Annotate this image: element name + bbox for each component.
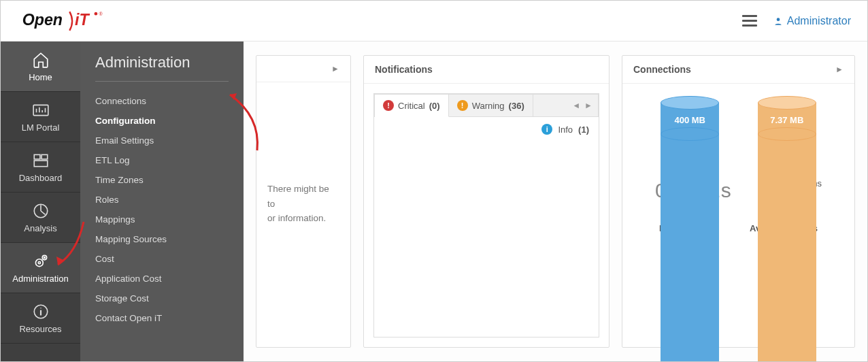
submenu-item-timezones[interactable]: Time Zones (95, 170, 229, 190)
svg-point-13 (44, 257, 45, 259)
user-menu[interactable]: Administrator (773, 15, 851, 27)
brand-logo: Open iT ® (17, 10, 133, 33)
portal-icon (31, 101, 50, 120)
database-icon: 400 MB (661, 96, 719, 141)
sidebar-label: Resources (19, 324, 61, 334)
chevron-right-icon: ► (331, 64, 339, 73)
sidebar-item-administration[interactable]: Administration (1, 243, 80, 293)
dashboard-icon (31, 151, 50, 170)
home-icon (31, 50, 50, 69)
submenu-item-roles[interactable]: Roles (95, 190, 229, 210)
svg-rect-8 (34, 161, 48, 167)
app-header: Open iT ® Administrator (1, 1, 867, 42)
submenu-item-connections[interactable]: Connections (95, 91, 229, 111)
analysis-icon (31, 201, 50, 220)
submenu-item-contact[interactable]: Contact Open iT (95, 308, 229, 328)
svg-text:Open: Open (22, 11, 63, 29)
olap-size-value: 7.37 MB (758, 115, 816, 125)
sql-size-widget: 400 MB SQL Size (661, 96, 719, 158)
sidebar-item-dashboard[interactable]: Dashboard (1, 142, 80, 193)
notifications-title: Notifications (375, 64, 433, 75)
tab-warning[interactable]: ! Warning (36) (449, 95, 533, 116)
svg-point-11 (38, 262, 40, 264)
info-icon: i (541, 124, 552, 135)
svg-rect-5 (33, 105, 48, 115)
sidebar-item-resources[interactable]: Resources (1, 293, 80, 344)
submenu-item-email[interactable]: Email Settings (95, 131, 229, 150)
svg-point-10 (35, 259, 43, 267)
database-icon: 7.37 MB (758, 96, 816, 141)
sql-size-value: 400 MB (661, 115, 719, 125)
menu-icon[interactable] (742, 15, 757, 27)
olap-size-widget: 7.37 MB OLAP Size (758, 96, 816, 158)
svg-point-12 (42, 255, 46, 260)
submenu-item-mappings[interactable]: Mappings (95, 210, 229, 229)
svg-point-2 (95, 12, 98, 15)
info-icon (31, 302, 50, 321)
submenu-title: Administration (95, 54, 229, 82)
submenu-item-storagecost[interactable]: Storage Cost (95, 289, 229, 308)
notifications-header: Notifications (364, 56, 609, 84)
notifications-content (374, 142, 599, 337)
svg-text:iT: iT (75, 11, 90, 29)
notifications-box: ! Critical (0) ! Warning (36) ◄ ► (373, 93, 599, 338)
sidebar: Home LM Portal Dashboard Analysis Admini… (1, 42, 80, 361)
sidebar-item-analysis[interactable]: Analysis (1, 193, 80, 243)
user-icon (773, 16, 783, 26)
connections-header[interactable]: Connections ► (622, 56, 854, 84)
submenu-item-appcost[interactable]: Application Cost (95, 269, 229, 289)
panel-connections: Connections ► 400 MB SQL Size (622, 55, 855, 348)
svg-rect-6 (34, 154, 40, 159)
tab-prev-icon[interactable]: ◄ (572, 101, 580, 110)
sidebar-label: Home (29, 72, 52, 82)
svg-point-4 (776, 18, 780, 21)
sidebar-item-home[interactable]: Home (1, 42, 80, 92)
notification-tabs: ! Critical (0) ! Warning (36) ◄ ► (374, 94, 599, 117)
submenu-item-configuration[interactable]: Configuration (95, 111, 229, 131)
content-area: ► There might be to or information. Noti… (244, 42, 867, 361)
sidebar-label: LM Portal (22, 122, 60, 133)
submenu-item-etllog[interactable]: ETL Log (95, 150, 229, 170)
panel-left: ► There might be to or information. (256, 55, 351, 348)
tab-next-icon[interactable]: ► (584, 101, 592, 110)
submenu-item-mappingsources[interactable]: Mapping Sources (95, 229, 229, 249)
panel-left-header[interactable]: ► (256, 56, 350, 82)
tab-info-row[interactable]: i Info (1) (374, 117, 599, 142)
tab-critical[interactable]: ! Critical (0) (375, 95, 449, 117)
warning-icon: ! (457, 100, 468, 111)
sidebar-label: Dashboard (19, 173, 63, 183)
admin-submenu: Administration Connections Configuration… (80, 42, 244, 361)
user-label: Administrator (787, 15, 851, 27)
chevron-right-icon: ► (835, 65, 844, 74)
sidebar-item-lmportal[interactable]: LM Portal (1, 92, 80, 142)
svg-rect-7 (41, 154, 48, 159)
sidebar-label: Administration (12, 274, 68, 284)
panel-notifications: Notifications ! Critical (0) ! Warning (… (363, 55, 610, 348)
svg-text:®: ® (99, 12, 103, 16)
connections-title: Connections (633, 64, 691, 75)
critical-icon: ! (383, 100, 394, 111)
sidebar-label: Analysis (24, 223, 56, 233)
panel-left-text: There might be to or information. (267, 182, 339, 226)
gear-icon (31, 252, 50, 271)
submenu-item-cost[interactable]: Cost (95, 249, 229, 269)
